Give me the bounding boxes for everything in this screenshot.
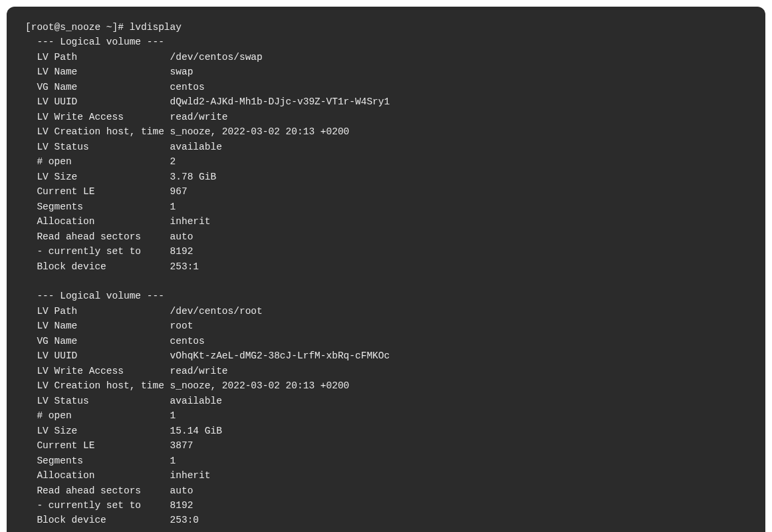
field-label: LV Path (25, 306, 170, 317)
command-text: lvdisplay (130, 22, 182, 33)
field-label: VG Name (25, 82, 170, 92)
field-label: LV Creation host, time (25, 126, 170, 137)
field-label: Allocation (25, 216, 170, 227)
field-label: LV Write Access (25, 366, 170, 376)
field-value: 1 (170, 410, 176, 421)
field-label: Segments (25, 456, 170, 466)
field-label: VG Name (25, 336, 170, 346)
field-value: root (170, 321, 193, 331)
field-row: LV Status available (25, 140, 747, 154)
field-label: LV Size (25, 426, 170, 436)
field-value: vOhqKt-zAeL-dMG2-38cJ-LrfM-xbRq-cFMKOc (170, 350, 390, 361)
field-label: # open (25, 410, 170, 421)
field-label: Allocation (25, 470, 170, 481)
field-value: auto (170, 231, 193, 242)
field-value: available (170, 396, 222, 406)
field-row: Block device 253:1 (25, 259, 747, 274)
blank-line (25, 274, 747, 289)
field-value: 253:1 (170, 261, 199, 272)
field-row: - currently set to 8192 (25, 498, 747, 513)
field-label: Block device (25, 261, 170, 272)
field-value: read/write (170, 366, 228, 376)
field-label: LV Status (25, 142, 170, 152)
field-row: LV Creation host, time s_nooze, 2022-03-… (25, 124, 747, 139)
field-label: LV Path (25, 52, 170, 63)
field-row: Read ahead sectors auto (25, 229, 747, 244)
field-label: Read ahead sectors (25, 485, 170, 496)
field-value: centos (170, 82, 205, 92)
field-row: LV Status available (25, 394, 747, 408)
field-value: s_nooze, 2022-03-02 20:13 +0200 (170, 126, 350, 137)
field-row: LV Path /dev/centos/swap (25, 50, 747, 65)
field-row: LV UUID dQwld2-AJKd-Mh1b-DJjc-v39Z-VT1r-… (25, 94, 747, 109)
field-row: LV Name root (25, 319, 747, 333)
field-label: LV UUID (25, 350, 170, 361)
field-value: available (170, 142, 222, 152)
field-value: inherit (170, 216, 211, 227)
field-row: LV Path /dev/centos/root (25, 304, 747, 319)
field-value: read/write (170, 112, 228, 122)
field-row: Block device 253:0 (25, 513, 747, 527)
field-value: swap (170, 66, 193, 77)
field-label: Read ahead sectors (25, 231, 170, 242)
field-label: Current LE (25, 186, 170, 197)
shell-prompt: [root@s_nooze ~]# (25, 22, 130, 33)
field-row: Allocation inherit (25, 214, 747, 229)
field-value: 3877 (170, 440, 193, 451)
field-row: LV Name swap (25, 65, 747, 79)
field-row: VG Name centos (25, 80, 747, 94)
field-row: - currently set to 8192 (25, 244, 747, 259)
field-value: 8192 (170, 500, 193, 511)
volume-header: --- Logical volume --- (25, 35, 747, 49)
field-value: 967 (170, 186, 188, 197)
field-value: 1 (170, 201, 176, 212)
field-label: Block device (25, 515, 170, 525)
field-row: LV Size 15.14 GiB (25, 424, 747, 438)
field-row: Segments 1 (25, 200, 747, 214)
field-row: LV Write Access read/write (25, 110, 747, 124)
field-value: dQwld2-AJKd-Mh1b-DJjc-v39Z-VT1r-W4Sry1 (170, 96, 390, 107)
field-label: # open (25, 156, 170, 167)
field-row: Current LE 3877 (25, 438, 747, 453)
field-value: 8192 (170, 246, 193, 257)
field-label: Segments (25, 201, 170, 212)
volume-header: --- Logical volume --- (25, 289, 747, 303)
field-label: LV Name (25, 66, 170, 77)
field-label: LV Write Access (25, 112, 170, 122)
field-value: s_nooze, 2022-03-02 20:13 +0200 (170, 380, 350, 391)
field-label: LV Size (25, 172, 170, 182)
field-row: Current LE 967 (25, 184, 747, 199)
field-value: inherit (170, 470, 211, 481)
field-value: 253:0 (170, 515, 199, 525)
field-value: /dev/centos/root (170, 306, 263, 317)
field-label: - currently set to (25, 500, 170, 511)
prompt-line: [root@s_nooze ~]# lvdisplay (25, 20, 747, 35)
field-value: centos (170, 336, 205, 346)
field-value: auto (170, 485, 193, 496)
field-row: LV Creation host, time s_nooze, 2022-03-… (25, 378, 747, 393)
field-label: LV Status (25, 396, 170, 406)
field-row: # open 2 (25, 154, 747, 169)
field-value: 15.14 GiB (170, 426, 222, 436)
field-label: LV Creation host, time (25, 380, 170, 391)
terminal-output: [root@s_nooze ~]# lvdisplay --- Logical … (7, 7, 765, 532)
field-value: /dev/centos/swap (170, 52, 263, 63)
field-value: 1 (170, 456, 176, 466)
field-label: - currently set to (25, 246, 170, 257)
field-label: Current LE (25, 440, 170, 451)
field-value: 2 (170, 156, 176, 167)
field-row: LV Write Access read/write (25, 364, 747, 378)
field-value: 3.78 GiB (170, 172, 217, 182)
field-row: LV UUID vOhqKt-zAeL-dMG2-38cJ-LrfM-xbRq-… (25, 348, 747, 363)
field-label: LV UUID (25, 96, 170, 107)
field-label: LV Name (25, 321, 170, 331)
field-row: Read ahead sectors auto (25, 483, 747, 498)
field-row: VG Name centos (25, 334, 747, 348)
field-row: Segments 1 (25, 454, 747, 468)
field-row: # open 1 (25, 408, 747, 423)
field-row: Allocation inherit (25, 468, 747, 483)
field-row: LV Size 3.78 GiB (25, 170, 747, 184)
